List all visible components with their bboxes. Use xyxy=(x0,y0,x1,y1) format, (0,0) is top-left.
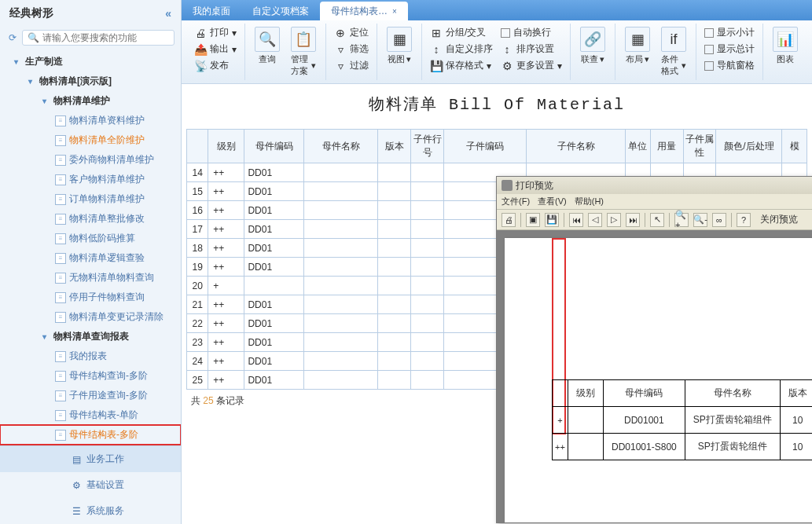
filter-button[interactable]: ▿筛选 xyxy=(333,42,370,57)
condfmt-button[interactable]: if条件格式 ▾ xyxy=(658,25,689,79)
col-cname[interactable]: 子件名称 xyxy=(527,130,626,163)
grid-icon: ▦ xyxy=(387,27,412,52)
locate-button[interactable]: ⊕定位 xyxy=(333,25,370,40)
checkbox-icon xyxy=(704,28,714,38)
nav-tree: ▾生产制造 ▾物料清单[演示版] ▾物料清单维护 ≡物料清单资料维护 ≡物料清单… xyxy=(0,49,181,445)
tree-item[interactable]: ≡物料低阶码推算 xyxy=(0,229,181,248)
tree-item[interactable]: ≡物料清单资料维护 xyxy=(0,111,181,130)
print-preview-window[interactable]: 打印预览 文件(F) 查看(V) 帮助(H) 🖨 ▣ 💾 ⏮ ◁ ▷ ⏭ ↖ xyxy=(496,176,812,523)
zoom-out-icon[interactable]: 🔍- xyxy=(693,213,707,227)
print-button[interactable]: 🖨打印 ▾ xyxy=(193,25,238,40)
col-qty[interactable]: 用量 xyxy=(650,130,683,163)
tree-item[interactable]: ≡母件结构表-单阶 xyxy=(0,405,181,425)
layout-icon: ▦ xyxy=(625,27,650,52)
tree-item[interactable]: ≡委外商物料清单维护 xyxy=(0,150,181,170)
menu-help[interactable]: 帮助(H) xyxy=(575,196,604,207)
close-preview-button[interactable]: 关闭预览 xyxy=(760,213,798,226)
link-button[interactable]: 🔗联查 ▾ xyxy=(577,25,608,67)
view-button[interactable]: ▦视图 ▾ xyxy=(384,25,415,67)
tree-group-report[interactable]: ▾物料清单查询报表 xyxy=(0,327,181,346)
group-button[interactable]: ⊞分组/交叉 xyxy=(428,25,494,40)
tree-item[interactable]: ≡物料清单整批修改 xyxy=(0,209,181,229)
tab-structure[interactable]: 母件结构表…× xyxy=(320,2,408,20)
subtotal-check[interactable]: 显示小计 xyxy=(703,25,756,40)
col-color[interactable]: 颜色/后处理 xyxy=(716,130,782,163)
tree-group-maintain[interactable]: ▾物料清单维护 xyxy=(0,91,181,111)
tree-item-active[interactable]: ≡母件结构表-多阶 xyxy=(0,425,181,445)
doc-icon: ≡ xyxy=(55,292,66,303)
col-unit[interactable]: 单位 xyxy=(626,130,650,163)
col-ver[interactable]: 版本 xyxy=(378,130,411,163)
preview-body[interactable]: 物料清单 级别 母件编码 母件名称 版本 子件行号 子件编码 +DD01001S… xyxy=(497,230,812,522)
condfmt-icon: if xyxy=(661,27,686,52)
copy-icon[interactable]: ▣ xyxy=(526,213,540,227)
tree-item[interactable]: ≡停用子件物料查询 xyxy=(0,288,181,307)
help-icon[interactable]: ? xyxy=(737,213,751,227)
col-rownum[interactable] xyxy=(187,130,208,163)
save-icon[interactable]: 💾 xyxy=(545,213,559,227)
col-attr[interactable]: 子件属性 xyxy=(683,130,716,163)
output-button[interactable]: 📤输出 ▾ xyxy=(193,42,238,57)
zoom-fit-icon[interactable]: ∞ xyxy=(712,213,726,227)
print-icon[interactable]: 🖨 xyxy=(502,213,516,227)
tree-item[interactable]: ≡物料清单全阶维护 xyxy=(0,130,181,150)
tree-item[interactable]: ≡订单物料清单维护 xyxy=(0,189,181,209)
tree-item[interactable]: ≡物料清单变更记录清除 xyxy=(0,307,181,327)
col-line[interactable]: 子件行号 xyxy=(411,130,444,163)
col-ccode[interactable]: 子件编码 xyxy=(444,130,527,163)
col-mcode[interactable]: 母件编码 xyxy=(244,130,304,163)
publish-button[interactable]: 📡发布 xyxy=(193,58,238,73)
moreset-button[interactable]: ⚙更多设置 ▾ xyxy=(499,58,564,73)
sortset-button[interactable]: ↕排序设置 xyxy=(499,42,564,57)
savefmt-button[interactable]: 💾保存格式 ▾ xyxy=(428,58,494,73)
page-title: 物料清单 Bill Of Material xyxy=(182,84,812,129)
export-icon: 📤 xyxy=(194,43,207,56)
close-icon[interactable]: × xyxy=(392,7,397,16)
preview-titlebar[interactable]: 打印预览 xyxy=(497,177,812,194)
doc-icon: ≡ xyxy=(55,233,66,244)
first-page-icon[interactable]: ⏮ xyxy=(569,213,583,227)
query-button[interactable]: 🔍查询 xyxy=(252,25,283,67)
filter2-button[interactable]: ▿过滤 xyxy=(333,58,370,73)
plan-button[interactable]: 📋管理方案 ▾ xyxy=(288,25,319,79)
tree-root[interactable]: ▾生产制造 xyxy=(0,52,181,71)
tree-item[interactable]: ≡母件结构查询-多阶 xyxy=(0,366,181,386)
checkbox-icon xyxy=(501,28,510,38)
last-page-icon[interactable]: ⏭ xyxy=(626,213,640,227)
tree-item[interactable]: ≡无物料清单物料查询 xyxy=(0,268,181,288)
col-mold[interactable]: 模 xyxy=(782,130,807,163)
ph-level: 级别 xyxy=(568,380,604,407)
bottom-nav-system[interactable]: ☰系统服务 xyxy=(0,498,181,524)
chart-button[interactable]: 📊图表 xyxy=(770,25,801,67)
tree-item[interactable]: ≡我的报表 xyxy=(0,346,181,366)
search-input-wrap[interactable]: 🔍 xyxy=(22,30,175,46)
pointer-icon[interactable]: ↖ xyxy=(650,213,664,227)
sidebar-header: 经典树形 « xyxy=(0,0,181,27)
tree-group-bom[interactable]: ▾物料清单[演示版] xyxy=(0,71,181,91)
bottom-nav: ▤业务工作 ⚙基础设置 ☰系统服务 xyxy=(0,445,181,524)
search-input[interactable] xyxy=(42,32,169,43)
bottom-nav-base[interactable]: ⚙基础设置 xyxy=(0,472,181,498)
menu-view[interactable]: 查看(V) xyxy=(538,196,567,207)
layout-button[interactable]: ▦布局 ▾ xyxy=(622,25,653,67)
group-icon: ⊞ xyxy=(430,27,443,39)
briefcase-icon: ▤ xyxy=(71,454,82,465)
tab-custom[interactable]: 自定义项档案 xyxy=(241,2,320,20)
next-page-icon[interactable]: ▷ xyxy=(607,213,621,227)
custsort-button[interactable]: ↕自定义排序 xyxy=(428,42,494,57)
tab-desktop[interactable]: 我的桌面 xyxy=(182,2,241,20)
reload-icon[interactable]: ⟳ xyxy=(6,31,19,44)
total-check[interactable]: 显示总计 xyxy=(703,42,756,57)
navpane-check[interactable]: 导航窗格 xyxy=(703,58,756,73)
zoom-in-icon[interactable]: 🔍+ xyxy=(674,213,689,227)
col-mname[interactable]: 母件名称 xyxy=(303,130,377,163)
autowrap-check[interactable]: 自动换行 xyxy=(499,25,564,40)
bottom-nav-business[interactable]: ▤业务工作 xyxy=(0,446,181,472)
menu-file[interactable]: 文件(F) xyxy=(502,196,530,207)
tree-item[interactable]: ≡物料清单逻辑查验 xyxy=(0,248,181,268)
prev-page-icon[interactable]: ◁ xyxy=(588,213,602,227)
col-level[interactable]: 级别 xyxy=(208,130,244,163)
tree-item[interactable]: ≡子件用途查询-多阶 xyxy=(0,386,181,405)
collapse-icon[interactable]: « xyxy=(165,7,171,20)
tree-item[interactable]: ≡客户物料清单维护 xyxy=(0,170,181,189)
